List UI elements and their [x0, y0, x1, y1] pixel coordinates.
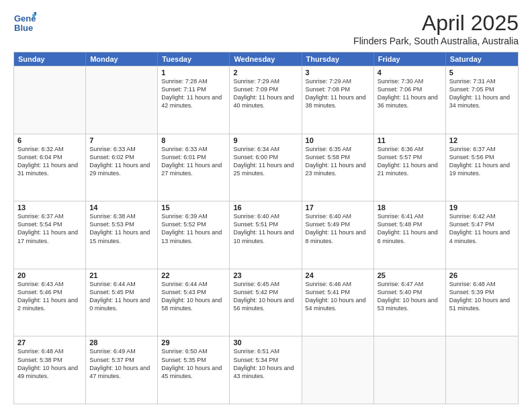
- day-number: 19: [449, 203, 515, 212]
- cal-cell: 14Sunrise: 6:38 AMSunset: 5:53 PMDayligh…: [86, 201, 158, 269]
- day-number: 22: [161, 271, 226, 279]
- day-number: 1: [161, 68, 226, 77]
- cal-cell: [446, 336, 518, 404]
- cal-cell: 3Sunrise: 7:29 AMSunset: 7:08 PMDaylight…: [302, 66, 374, 134]
- day-info: Sunrise: 6:32 AMSunset: 6:04 PMDaylight:…: [17, 145, 82, 178]
- day-info: Sunrise: 6:38 AMSunset: 5:53 PMDaylight:…: [89, 212, 154, 245]
- cal-cell: 20Sunrise: 6:43 AMSunset: 5:46 PMDayligh…: [14, 269, 86, 336]
- day-number: 18: [378, 203, 442, 212]
- day-number: 14: [89, 203, 154, 212]
- cal-cell: 30Sunrise: 6:51 AMSunset: 5:34 PMDayligh…: [230, 336, 302, 404]
- day-info: Sunrise: 6:49 AMSunset: 5:37 PMDaylight:…: [89, 347, 154, 380]
- day-number: 26: [449, 271, 515, 279]
- day-info: Sunrise: 6:33 AMSunset: 6:01 PMDaylight:…: [161, 145, 226, 178]
- cal-cell: 13Sunrise: 6:37 AMSunset: 5:54 PMDayligh…: [14, 201, 86, 269]
- day-number: 7: [89, 136, 154, 144]
- day-number: 20: [17, 271, 82, 279]
- header-monday: Monday: [86, 52, 158, 66]
- day-info: Sunrise: 6:40 AMSunset: 5:49 PMDaylight:…: [306, 212, 370, 245]
- day-info: Sunrise: 6:45 AMSunset: 5:42 PMDaylight:…: [233, 280, 298, 313]
- header-tuesday: Tuesday: [158, 52, 230, 66]
- cal-cell: 27Sunrise: 6:48 AMSunset: 5:38 PMDayligh…: [14, 336, 86, 404]
- logo-area: General Blue: [13, 11, 36, 34]
- cal-cell: 4Sunrise: 7:30 AMSunset: 7:06 PMDaylight…: [374, 66, 446, 134]
- cal-cell: [14, 66, 86, 134]
- day-number: 24: [306, 271, 370, 279]
- day-number: 3: [306, 68, 370, 77]
- svg-text:Blue: Blue: [14, 23, 33, 33]
- header: General Blue April 2025 Flinders Park, S…: [13, 11, 519, 46]
- day-number: 5: [449, 68, 515, 77]
- day-info: Sunrise: 6:35 AMSunset: 5:58 PMDaylight:…: [306, 145, 370, 178]
- week-row-4: 20Sunrise: 6:43 AMSunset: 5:46 PMDayligh…: [14, 269, 518, 336]
- cal-cell: 23Sunrise: 6:45 AMSunset: 5:42 PMDayligh…: [230, 269, 302, 336]
- day-number: 25: [378, 271, 442, 279]
- week-row-1: 1Sunrise: 7:28 AMSunset: 7:11 PMDaylight…: [14, 66, 518, 134]
- day-info: Sunrise: 6:41 AMSunset: 5:48 PMDaylight:…: [378, 212, 442, 245]
- day-info: Sunrise: 6:46 AMSunset: 5:41 PMDaylight:…: [306, 280, 370, 313]
- day-info: Sunrise: 7:30 AMSunset: 7:06 PMDaylight:…: [378, 77, 442, 110]
- cal-cell: 21Sunrise: 6:44 AMSunset: 5:45 PMDayligh…: [86, 269, 158, 336]
- header-thursday: Thursday: [302, 52, 374, 66]
- day-number: 8: [161, 136, 226, 144]
- cal-cell: 19Sunrise: 6:42 AMSunset: 5:47 PMDayligh…: [446, 201, 518, 269]
- day-info: Sunrise: 6:51 AMSunset: 5:34 PMDaylight:…: [233, 347, 298, 380]
- day-number: 13: [17, 203, 82, 212]
- day-number: 11: [378, 136, 442, 144]
- week-row-3: 13Sunrise: 6:37 AMSunset: 5:54 PMDayligh…: [14, 201, 518, 269]
- day-info: Sunrise: 6:48 AMSunset: 5:38 PMDaylight:…: [17, 347, 82, 380]
- cal-cell: 8Sunrise: 6:33 AMSunset: 6:01 PMDaylight…: [158, 134, 230, 201]
- day-number: 12: [449, 136, 515, 144]
- cal-cell: [86, 66, 158, 134]
- header-friday: Friday: [374, 52, 446, 66]
- cal-cell: 16Sunrise: 6:40 AMSunset: 5:51 PMDayligh…: [230, 201, 302, 269]
- day-info: Sunrise: 6:37 AMSunset: 5:56 PMDaylight:…: [449, 145, 515, 178]
- calendar-header: Sunday Monday Tuesday Wednesday Thursday…: [14, 52, 518, 66]
- cal-cell: 22Sunrise: 6:44 AMSunset: 5:43 PMDayligh…: [158, 269, 230, 336]
- header-wednesday: Wednesday: [230, 52, 302, 66]
- day-info: Sunrise: 6:36 AMSunset: 5:57 PMDaylight:…: [378, 145, 442, 178]
- cal-cell: [374, 336, 446, 404]
- day-info: Sunrise: 6:40 AMSunset: 5:51 PMDaylight:…: [233, 212, 298, 245]
- cal-cell: 7Sunrise: 6:33 AMSunset: 6:02 PMDaylight…: [86, 134, 158, 201]
- day-info: Sunrise: 6:39 AMSunset: 5:52 PMDaylight:…: [161, 212, 226, 245]
- cal-cell: 1Sunrise: 7:28 AMSunset: 7:11 PMDaylight…: [158, 66, 230, 134]
- calendar: Sunday Monday Tuesday Wednesday Thursday…: [13, 52, 519, 404]
- day-number: 10: [306, 136, 370, 144]
- cal-cell: 29Sunrise: 6:50 AMSunset: 5:35 PMDayligh…: [158, 336, 230, 404]
- day-info: Sunrise: 6:48 AMSunset: 5:39 PMDaylight:…: [449, 280, 515, 313]
- cal-cell: 5Sunrise: 7:31 AMSunset: 7:05 PMDaylight…: [446, 66, 518, 134]
- header-saturday: Saturday: [446, 52, 518, 66]
- day-info: Sunrise: 6:34 AMSunset: 6:00 PMDaylight:…: [233, 145, 298, 178]
- cal-cell: 11Sunrise: 6:36 AMSunset: 5:57 PMDayligh…: [374, 134, 446, 201]
- day-number: 17: [306, 203, 370, 212]
- day-info: Sunrise: 6:33 AMSunset: 6:02 PMDaylight:…: [89, 145, 154, 178]
- cal-cell: 25Sunrise: 6:47 AMSunset: 5:40 PMDayligh…: [374, 269, 446, 336]
- cal-cell: 24Sunrise: 6:46 AMSunset: 5:41 PMDayligh…: [302, 269, 374, 336]
- day-info: Sunrise: 6:44 AMSunset: 5:45 PMDaylight:…: [89, 280, 154, 313]
- cal-cell: 26Sunrise: 6:48 AMSunset: 5:39 PMDayligh…: [446, 269, 518, 336]
- day-info: Sunrise: 6:47 AMSunset: 5:40 PMDaylight:…: [378, 280, 442, 313]
- cal-cell: 6Sunrise: 6:32 AMSunset: 6:04 PMDaylight…: [14, 134, 86, 201]
- day-number: 28: [89, 338, 154, 347]
- title-area: April 2025 Flinders Park, South Australi…: [353, 11, 519, 46]
- week-row-5: 27Sunrise: 6:48 AMSunset: 5:38 PMDayligh…: [14, 336, 518, 404]
- day-number: 23: [233, 271, 298, 279]
- header-sunday: Sunday: [14, 52, 86, 66]
- day-number: 27: [17, 338, 82, 347]
- day-number: 15: [161, 203, 226, 212]
- day-number: 21: [89, 271, 154, 279]
- main-title: April 2025: [353, 11, 519, 36]
- day-number: 29: [161, 338, 226, 347]
- cal-cell: 28Sunrise: 6:49 AMSunset: 5:37 PMDayligh…: [86, 336, 158, 404]
- day-info: Sunrise: 6:44 AMSunset: 5:43 PMDaylight:…: [161, 280, 226, 313]
- cal-cell: 2Sunrise: 7:29 AMSunset: 7:09 PMDaylight…: [230, 66, 302, 134]
- page: General Blue April 2025 Flinders Park, S…: [0, 0, 532, 411]
- day-number: 9: [233, 136, 298, 144]
- day-info: Sunrise: 6:50 AMSunset: 5:35 PMDaylight:…: [161, 347, 226, 380]
- cal-cell: 9Sunrise: 6:34 AMSunset: 6:00 PMDaylight…: [230, 134, 302, 201]
- cal-cell: 12Sunrise: 6:37 AMSunset: 5:56 PMDayligh…: [446, 134, 518, 201]
- week-row-2: 6Sunrise: 6:32 AMSunset: 6:04 PMDaylight…: [14, 134, 518, 201]
- day-info: Sunrise: 7:31 AMSunset: 7:05 PMDaylight:…: [449, 77, 515, 110]
- day-number: 2: [233, 68, 298, 77]
